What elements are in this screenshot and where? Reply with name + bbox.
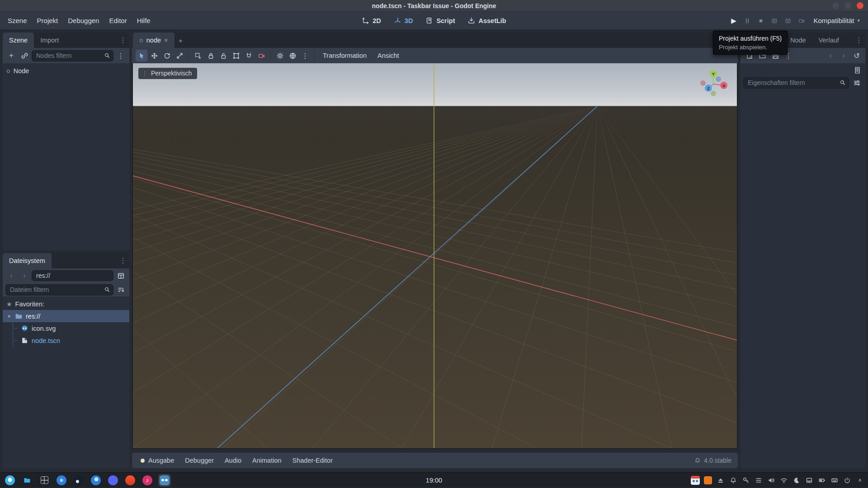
scene-tree-menu-button[interactable]: ⋮ (115, 50, 127, 61)
stop-button[interactable]: ■ (755, 14, 767, 27)
axis-neg-x-ball[interactable] (700, 80, 706, 86)
axis-gizmo[interactable]: Y X Z (696, 67, 731, 101)
filesystem-dock-menu-button[interactable]: ⋮ (117, 253, 129, 268)
renderer-dropdown[interactable]: Kompatibilität ▾ (809, 15, 864, 26)
workspace-3d-button[interactable]: 3D (389, 15, 418, 26)
lock-object-button[interactable] (205, 50, 217, 61)
fs-sort-button[interactable] (115, 284, 127, 296)
favorites-row[interactable]: ★ Favoriten: (3, 298, 129, 310)
object-history-button[interactable]: ↺ (851, 50, 863, 61)
open-docs-button[interactable] (851, 64, 863, 76)
fs-back-button[interactable]: ‹ (5, 270, 17, 282)
transform-menu[interactable]: Transformation (318, 50, 372, 61)
tray-expander-icon[interactable]: ∧ (855, 475, 864, 486)
file-manager-icon[interactable] (21, 474, 33, 487)
viewport-menu-button[interactable]: ⋮ (299, 50, 311, 61)
tab-history[interactable]: Verlauf (812, 33, 845, 48)
tab-import[interactable]: Import (34, 33, 65, 48)
scene-filter-input[interactable] (32, 50, 113, 61)
play-button[interactable]: ▶ (727, 14, 740, 27)
viewport-3d[interactable]: ⋮ Perspektivisch Y X Z (132, 63, 738, 449)
close-tab-icon[interactable]: × (164, 37, 168, 44)
web-browser-icon[interactable] (90, 474, 102, 487)
group-object-button[interactable] (230, 50, 242, 61)
list-select-tool-button[interactable] (192, 50, 204, 61)
workspace-script-button[interactable]: Script (421, 15, 459, 26)
history-back-button[interactable]: ‹ (825, 50, 836, 61)
menu-editor[interactable]: Editor (104, 14, 132, 27)
network-icon[interactable] (779, 475, 788, 486)
debugger-button[interactable]: Debugger (180, 455, 219, 466)
workspace-2d-button[interactable]: 2D (357, 15, 386, 26)
fs-filter-input[interactable] (5, 284, 113, 296)
perspective-menu[interactable]: ⋮ Perspektivisch (138, 68, 197, 79)
file-row-node-tscn[interactable]: node.tscn (13, 334, 129, 347)
clipboard-icon[interactable] (754, 475, 763, 486)
bell-icon[interactable] (694, 457, 701, 464)
close-button[interactable] (857, 2, 863, 9)
scene-dock-menu-button[interactable]: ⋮ (117, 33, 129, 48)
workspace-assetlib-button[interactable]: AssetLib (463, 15, 510, 26)
rotate-tool-button[interactable] (161, 50, 173, 61)
minimize-button[interactable] (832, 2, 839, 9)
menu-project[interactable]: Projekt (32, 14, 63, 27)
move-tool-button[interactable] (148, 50, 160, 61)
camera-preview-button[interactable] (255, 50, 267, 61)
menu-help[interactable]: Hilfe (132, 14, 156, 27)
fs-forward-button[interactable]: › (19, 270, 30, 282)
unlock-object-button[interactable] (217, 50, 229, 61)
scene-tree-node-row[interactable]: ○ Node (3, 65, 129, 77)
menu-debug[interactable]: Debuggen (63, 14, 104, 27)
tab-node[interactable]: Node (784, 33, 812, 48)
snap-toggle-button[interactable] (243, 50, 255, 61)
environment-preview-button[interactable] (287, 50, 298, 61)
animation-button[interactable]: Animation (247, 455, 286, 466)
expander-icon[interactable]: ▾ (6, 313, 12, 319)
add-node-button[interactable]: + (5, 50, 17, 61)
removable-media-icon[interactable] (716, 475, 725, 486)
touchpad-icon[interactable] (805, 475, 814, 486)
manage-properties-button[interactable] (851, 77, 863, 89)
menu-scene[interactable]: Szene (3, 14, 32, 27)
play-scene-button[interactable] (768, 14, 780, 27)
select-tool-button[interactable] (136, 50, 147, 61)
root-folder-row[interactable]: ▾ res:// (3, 310, 129, 322)
fs-path-field[interactable] (32, 270, 113, 281)
discord-icon[interactable] (107, 474, 119, 487)
brave-browser-icon[interactable] (124, 474, 137, 487)
inspector-filter-input[interactable] (743, 77, 849, 89)
axis-neg-y-ball[interactable] (711, 91, 716, 96)
maximize-button[interactable] (844, 2, 851, 9)
app-launcher-icon[interactable] (4, 474, 16, 487)
fs-toggle-split-button[interactable] (115, 270, 127, 282)
power-icon[interactable] (843, 475, 852, 486)
view-menu[interactable]: Ansicht (373, 50, 404, 61)
volume-icon[interactable] (767, 475, 776, 486)
notifications-icon[interactable] (729, 475, 738, 486)
scene-tab-node[interactable]: ○ node × (133, 33, 175, 48)
music-player-icon[interactable]: ♪ (141, 474, 154, 487)
godot-editor-taskbar-icon[interactable] (158, 474, 171, 487)
keyboard-layout-icon[interactable] (830, 475, 839, 486)
night-color-icon[interactable] (792, 475, 801, 486)
axis-neg-z-ball[interactable] (716, 76, 721, 82)
file-row-icon-svg[interactable]: icon.svg (13, 322, 129, 334)
scale-tool-button[interactable] (174, 50, 185, 61)
taskbar-clock[interactable]: 19:00 (426, 477, 442, 484)
output-button[interactable]: Ausgabe (136, 455, 179, 466)
virtual-desktops-icon[interactable] (38, 474, 51, 487)
inspector-dock-menu-button[interactable]: ⋮ (853, 33, 865, 48)
pause-button[interactable] (741, 14, 753, 27)
play-custom-scene-button[interactable] (782, 14, 794, 27)
tab-scene[interactable]: Szene (3, 33, 34, 48)
keyring-icon[interactable] (741, 475, 750, 486)
audio-button[interactable]: Audio (220, 455, 246, 466)
history-forward-button[interactable]: › (838, 50, 849, 61)
jack-audio-icon[interactable] (703, 475, 712, 486)
instance-scene-button[interactable] (19, 50, 30, 61)
steam-icon[interactable] (72, 474, 85, 487)
movie-mode-button[interactable] (795, 14, 807, 27)
godot-tray-icon[interactable] (691, 475, 700, 486)
battery-icon[interactable] (817, 475, 826, 486)
shader-editor-button[interactable]: Shader-Editor (288, 455, 338, 466)
